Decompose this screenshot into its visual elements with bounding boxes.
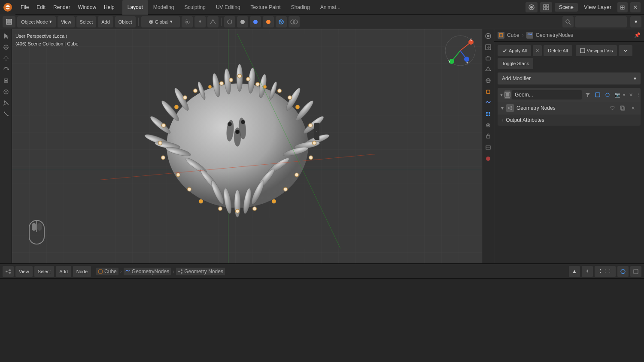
node-select-btn[interactable]: Select <box>34 266 55 277</box>
menu-render[interactable]: Render <box>50 3 73 12</box>
node-add-btn[interactable]: Add <box>56 266 71 277</box>
toolbar-sep-2 <box>221 18 222 26</box>
node-xray-toggle[interactable] <box>630 266 641 277</box>
tab-texture-paint[interactable]: Texture Paint <box>246 0 286 15</box>
viewport-gizmo[interactable]: X Y Z <box>443 33 477 68</box>
menu-window[interactable]: Window <box>74 3 100 12</box>
properties-scene-icon[interactable] <box>483 64 493 75</box>
transform-tool-icon[interactable] <box>1 87 11 97</box>
pivot-point-button[interactable]: Global ▾ <box>141 16 180 27</box>
properties-view-layer-icon[interactable] <box>483 53 493 63</box>
delete-all-button[interactable]: Delete All <box>544 45 572 56</box>
scale-tool-icon[interactable] <box>1 75 11 86</box>
viewport-shading-lpe[interactable] <box>250 16 261 27</box>
fullscreen-button[interactable]: ⊞ <box>617 2 628 12</box>
modifier-collapse-toggle[interactable]: ▾ <box>500 92 503 98</box>
geonodes-collapse[interactable]: ▾ <box>501 105 504 111</box>
select-tool-icon[interactable] <box>1 31 11 41</box>
add-modifier-dropdown[interactable]: Add Modifier ▾ <box>498 72 641 84</box>
select-menu-button[interactable]: Select <box>76 16 97 27</box>
measure-tool-icon[interactable] <box>1 109 11 119</box>
scene-name[interactable]: Scene <box>555 3 578 12</box>
properties-output-icon[interactable] <box>483 42 493 52</box>
node-overlay-toggle[interactable] <box>617 266 629 277</box>
output-attributes-row[interactable]: › Output Attributes <box>498 115 641 126</box>
properties-data-icon[interactable] <box>483 142 493 153</box>
modifier-pin-icon[interactable]: 📷 <box>613 90 622 99</box>
modifier-render-icon[interactable] <box>603 90 612 99</box>
filter-button[interactable]: ▾ <box>630 16 641 27</box>
svg-point-113 <box>176 173 180 176</box>
modifier-grid-icon[interactable]: ⋮⋮ <box>636 90 641 99</box>
tab-uv-editing[interactable]: UV Editing <box>211 0 246 15</box>
modifier-filter-icon[interactable] <box>583 90 592 99</box>
node-node-btn[interactable]: Node <box>73 266 91 277</box>
search-input[interactable] <box>575 16 627 27</box>
properties-material-icon[interactable] <box>483 154 493 164</box>
viewport-shading-solid[interactable] <box>237 16 248 27</box>
menu-file[interactable]: File <box>17 3 32 12</box>
geonodes-copy-icon[interactable] <box>618 104 627 112</box>
node-canvas-area[interactable]: Join Geometry Geometry Geometry Set Shad… <box>0 279 644 362</box>
geonodes-close-icon[interactable]: ✕ <box>629 104 637 112</box>
close-window-button[interactable]: ✕ <box>630 2 641 12</box>
properties-particles-icon[interactable] <box>483 109 493 119</box>
editor-type-button[interactable] <box>3 16 15 27</box>
tab-shading[interactable]: Shading <box>286 0 315 15</box>
apply-all-button[interactable]: Apply All <box>498 45 531 56</box>
viewport-vis-button[interactable]: Viewport Vis <box>576 45 617 56</box>
viewport-shading-wire[interactable] <box>224 16 235 27</box>
proportional-edit-button[interactable] <box>182 16 193 27</box>
viewport-vis-expand[interactable] <box>619 45 632 56</box>
node-tool-1[interactable]: ▲ <box>569 266 580 277</box>
properties-object-icon[interactable] <box>483 87 493 97</box>
tab-layout[interactable]: Layout <box>122 0 148 15</box>
viewport-area[interactable]: User Perspective (Local) (406) Scene Col… <box>12 29 482 263</box>
properties-modifier-icon[interactable] <box>483 98 493 108</box>
modifier-realtime-icon[interactable] <box>593 90 602 99</box>
transform-orientations[interactable] <box>207 16 219 27</box>
apply-all-close[interactable]: ✕ <box>533 45 542 56</box>
modifier-close-icon[interactable]: ✕ <box>626 90 635 99</box>
node-view-btn[interactable]: View <box>15 266 33 277</box>
tab-modeling[interactable]: Modeling <box>148 0 179 15</box>
screen-layout-button[interactable] <box>540 2 552 12</box>
geonodes-shield-icon[interactable]: 🛡 <box>608 104 617 112</box>
svg-point-102 <box>194 89 197 92</box>
blender-logo <box>0 0 15 15</box>
tab-animat[interactable]: Animat... <box>315 0 346 15</box>
tab-sculpting[interactable]: Sculpting <box>179 0 211 15</box>
view-menu-button[interactable]: View <box>58 16 75 27</box>
pin-button[interactable]: 📌 <box>634 32 641 38</box>
object-menu-button[interactable]: Object <box>115 16 136 27</box>
xray-toggle[interactable] <box>289 16 300 27</box>
svg-point-158 <box>606 93 609 97</box>
svg-text:Z: Z <box>466 61 468 65</box>
properties-constraints-icon[interactable] <box>483 131 493 142</box>
properties-render-icon[interactable] <box>483 31 493 41</box>
node-connections <box>0 279 129 343</box>
properties-physics-icon[interactable] <box>483 120 493 130</box>
cursor-tool-icon[interactable] <box>1 42 11 52</box>
panel-collapse-handle[interactable]: ‹ <box>314 123 319 140</box>
viewport-overlays[interactable] <box>276 16 287 27</box>
search-button[interactable] <box>562 16 574 27</box>
node-editor-type-icon[interactable] <box>3 266 14 277</box>
svg-point-146 <box>486 115 488 116</box>
node-settings-1[interactable]: ⋮⋮⋮ <box>595 266 616 277</box>
render-mode-button[interactable] <box>526 2 538 12</box>
annotate-tool-icon[interactable] <box>1 98 11 108</box>
add-menu-button[interactable]: Add <box>98 16 113 27</box>
menu-edit[interactable]: Edit <box>33 3 49 12</box>
menu-help[interactable]: Help <box>100 3 118 12</box>
interaction-mode-button[interactable]: Object Mode ▾ <box>17 16 56 27</box>
toggle-stack-button[interactable]: Toggle Stack <box>498 58 533 69</box>
move-tool-icon[interactable] <box>1 53 11 63</box>
modifier-more-icon[interactable]: ▾ <box>623 93 625 97</box>
viewport-shading-render[interactable] <box>263 16 274 27</box>
node-snapping[interactable] <box>582 266 593 277</box>
rotate-tool-icon[interactable] <box>1 64 11 75</box>
properties-world-icon[interactable] <box>483 75 493 86</box>
modifier-name-input[interactable] <box>512 90 582 100</box>
snap-button[interactable] <box>194 16 206 27</box>
